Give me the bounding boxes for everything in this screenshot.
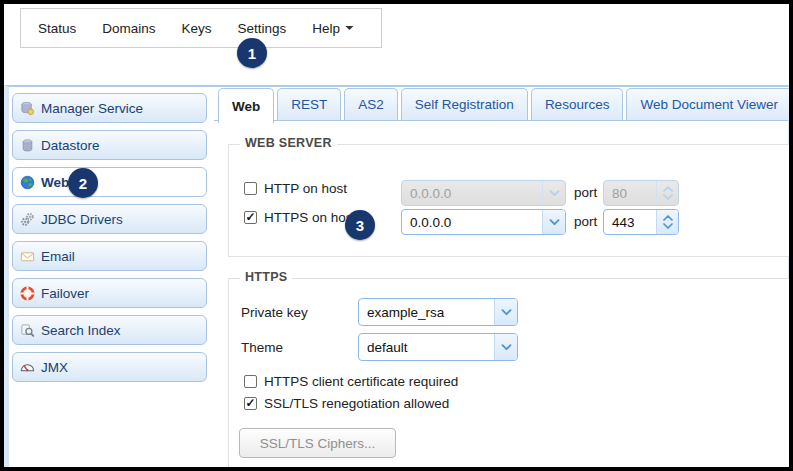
- spinner-arrows-icon[interactable]: [656, 210, 678, 234]
- sidebar-item-label: JMX: [41, 360, 68, 375]
- sidebar-item-failover[interactable]: Failover: [12, 278, 207, 308]
- menu-item-status[interactable]: Status: [38, 21, 76, 36]
- chevron-down-icon: [494, 334, 517, 360]
- envelope-icon: [20, 249, 35, 264]
- https-host-combobox[interactable]: 0.0.0.0: [401, 209, 566, 235]
- menu-item-domains[interactable]: Domains: [102, 21, 155, 36]
- tab-resources[interactable]: Resources: [531, 88, 624, 120]
- web-server-legend: WEB SERVER: [240, 136, 337, 150]
- sidebar-item-label: Search Index: [41, 323, 121, 338]
- https-port-label: port: [574, 214, 597, 229]
- sidebar-item-jmx[interactable]: JMX: [12, 352, 207, 382]
- sidebar-item-manager-service[interactable]: Manager Service: [12, 93, 207, 123]
- tab-rest[interactable]: REST: [277, 88, 341, 120]
- chevron-down-icon: [494, 299, 517, 325]
- https-on-host-checkbox[interactable]: [244, 211, 257, 224]
- sidebar-item-label: Email: [41, 249, 75, 264]
- http-host-combobox: 0.0.0.0: [401, 180, 566, 206]
- sidebar-item-jdbc-drivers[interactable]: JDBC Drivers: [12, 204, 207, 234]
- globe-icon: [20, 175, 35, 190]
- main-panel: Manager Service Datastore Web: [4, 85, 789, 467]
- callout-step-3: 3: [345, 210, 375, 240]
- sidebar-item-search-index[interactable]: Search Index: [12, 315, 207, 345]
- menu-item-keys[interactable]: Keys: [182, 21, 212, 36]
- renegotiation-label: SSL/TLS renegotiation allowed: [264, 396, 449, 411]
- renegotiation-checkbox[interactable]: [244, 397, 257, 410]
- client-cert-row: HTTPS client certificate required: [244, 374, 458, 389]
- https-port-value: 443: [604, 210, 656, 234]
- http-port-label: port: [574, 185, 597, 200]
- spinner-arrows-icon: [656, 181, 678, 205]
- sidebar-item-email[interactable]: Email: [12, 241, 207, 271]
- renegotiation-row: SSL/TLS renegotiation allowed: [244, 396, 449, 411]
- sidebar-item-label: Failover: [41, 286, 89, 301]
- sidebar-item-label: Datastore: [41, 138, 100, 153]
- chevron-down-icon: [542, 181, 565, 205]
- theme-label: Theme: [241, 340, 283, 355]
- tab-as2[interactable]: AS2: [344, 88, 398, 120]
- https-host-value: 0.0.0.0: [402, 210, 542, 234]
- caret-down-icon: [345, 25, 354, 31]
- https-on-host-label: HTTPS on host: [264, 210, 356, 225]
- menu-item-help[interactable]: Help: [312, 21, 354, 36]
- callout-step-2: 2: [68, 168, 98, 198]
- callout-step-1: 1: [237, 38, 267, 68]
- ssl-tls-ciphers-button[interactable]: SSL/TLS Ciphers...: [239, 428, 396, 458]
- sidebar-item-label: Web: [41, 175, 69, 190]
- app-window: Status Domains Keys Settings Help 1 Mana…: [4, 4, 789, 467]
- sidebar-item-datastore[interactable]: Datastore: [12, 130, 207, 160]
- http-port-value: 80: [604, 181, 656, 205]
- private-key-value: example_rsa: [359, 299, 494, 325]
- http-on-host-row: HTTP on host: [244, 181, 347, 196]
- chevron-down-icon: [542, 210, 565, 234]
- lifebuoy-icon: [20, 286, 35, 301]
- client-cert-label: HTTPS client certificate required: [264, 374, 458, 389]
- gears-icon: [20, 212, 35, 227]
- https-fieldset: HTTPS Private key example_rsa Theme defa…: [228, 278, 789, 467]
- https-on-host-row: HTTPS on host: [244, 210, 356, 225]
- http-host-value: 0.0.0.0: [402, 181, 542, 205]
- tab-web-document-viewer[interactable]: Web Document Viewer: [626, 88, 789, 120]
- theme-combobox[interactable]: default: [358, 333, 518, 361]
- sidebar-item-label: Manager Service: [41, 101, 143, 116]
- private-key-label: Private key: [241, 305, 308, 320]
- http-on-host-label: HTTP on host: [264, 181, 347, 196]
- https-port-spinner[interactable]: 443: [603, 209, 679, 235]
- top-menubar: Status Domains Keys Settings Help: [20, 8, 382, 48]
- https-legend: HTTPS: [240, 270, 292, 284]
- menu-item-settings[interactable]: Settings: [238, 21, 287, 36]
- client-cert-checkbox[interactable]: [244, 375, 257, 388]
- settings-tab-strip: Web REST AS2 Self Registration Resources…: [218, 88, 789, 123]
- server-database-icon: [20, 101, 35, 116]
- gauge-icon: [20, 360, 35, 375]
- sidebar-item-label: JDBC Drivers: [41, 212, 123, 227]
- web-server-fieldset: WEB SERVER HTTP on host 0.0.0.0 port 80: [228, 144, 789, 257]
- magnifier-icon: [20, 323, 35, 338]
- database-icon: [20, 138, 35, 153]
- theme-value: default: [359, 334, 494, 360]
- http-port-spinner: 80: [603, 180, 679, 206]
- tab-self-registration[interactable]: Self Registration: [401, 88, 528, 120]
- sidebar-item-web[interactable]: Web: [12, 167, 207, 197]
- http-on-host-checkbox[interactable]: [244, 182, 257, 195]
- private-key-combobox[interactable]: example_rsa: [358, 298, 518, 326]
- tab-web[interactable]: Web: [218, 88, 274, 123]
